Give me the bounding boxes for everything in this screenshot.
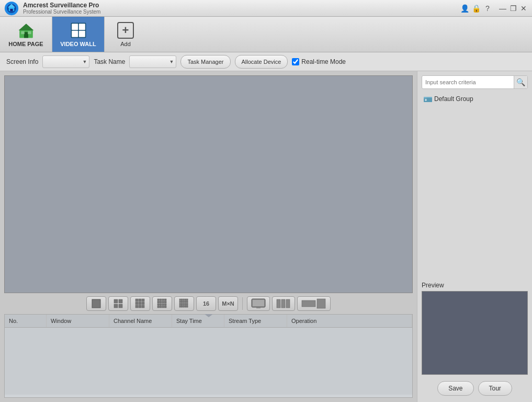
tour-button[interactable]: Tour (478, 381, 512, 396)
svg-rect-65 (179, 306, 181, 308)
svg-rect-35 (162, 302, 164, 304)
app-logo (4, 1, 19, 16)
svg-rect-12 (78, 24, 85, 30)
layout-2x2-icon (113, 298, 123, 309)
svg-rect-37 (157, 304, 160, 306)
allocate-device-button[interactable]: Allocate Device (235, 55, 288, 69)
user-icon[interactable]: 👤 (460, 4, 469, 13)
svg-rect-63 (185, 304, 186, 306)
title-bar: Amcrest Surveillance Pro Professional Su… (0, 0, 532, 17)
lock-icon[interactable]: 🔒 (471, 4, 481, 13)
table-body (5, 328, 412, 395)
svg-rect-41 (157, 306, 160, 308)
nav-home[interactable]: HOME PAGE (0, 17, 52, 52)
folder-icon (424, 95, 432, 103)
layout-16-button[interactable]: 16 (196, 296, 216, 311)
layout-controls: 16 M×N (4, 293, 413, 314)
svg-rect-48 (185, 299, 186, 300)
preview-label: Preview (422, 282, 528, 289)
search-input[interactable] (422, 79, 514, 85)
preview-section: Preview (422, 282, 528, 375)
main-content: 16 M×N (0, 71, 532, 402)
svg-rect-27 (139, 305, 141, 308)
layout-5x5-button[interactable] (174, 296, 194, 311)
nav-home-label: HOME PAGE (8, 41, 43, 47)
screen-info-select[interactable]: ▼ (42, 55, 89, 68)
app-title: Amcrest Surveillance Pro (23, 2, 460, 9)
realtime-mode-checkbox[interactable] (292, 58, 299, 65)
svg-rect-55 (179, 303, 181, 304)
layout-4x4-button[interactable] (152, 296, 172, 311)
layout-mn-button[interactable]: M×N (218, 296, 238, 311)
layout-16-label: 16 (203, 300, 209, 307)
layout-1x1-button[interactable] (86, 296, 106, 311)
left-panel: 16 M×N (0, 71, 417, 402)
svg-rect-49 (187, 299, 188, 300)
svg-rect-4 (10, 8, 13, 10)
stretch-view-button[interactable] (297, 296, 331, 311)
nav-add[interactable]: + Add (105, 17, 146, 52)
svg-rect-56 (181, 303, 183, 304)
svg-rect-69 (187, 306, 188, 308)
th-stay: Stay Time (172, 315, 224, 327)
screen-view-icon (251, 298, 266, 309)
layout-1x1-icon (91, 298, 101, 309)
svg-rect-26 (135, 305, 138, 308)
close-button[interactable]: ✕ (519, 4, 528, 13)
top-icons: 👤 🔒 ? (460, 4, 492, 13)
layout-dropdown-arrow (205, 314, 213, 317)
layout-2x2-button[interactable] (108, 296, 128, 311)
layout-mn-label: M×N (222, 300, 234, 307)
search-button[interactable]: 🔍 (514, 75, 527, 89)
layout-3x3-button[interactable] (130, 296, 150, 311)
svg-rect-36 (165, 302, 167, 304)
svg-rect-60 (179, 304, 181, 306)
task-name-select[interactable]: ▼ (129, 55, 176, 68)
app-title-block: Amcrest Surveillance Pro Professional Su… (23, 2, 460, 15)
svg-rect-31 (162, 299, 164, 301)
maximize-button[interactable]: ❐ (509, 4, 517, 13)
svg-rect-29 (157, 299, 160, 301)
columns-view-button[interactable] (272, 296, 295, 311)
videowall-icon (70, 22, 87, 39)
nav-videowall[interactable]: VIDEO WALL (52, 17, 105, 52)
tree-item-default-group[interactable]: Default Group (422, 93, 528, 105)
svg-rect-9 (28, 31, 31, 34)
svg-rect-15 (92, 299, 100, 308)
search-icon: 🔍 (516, 78, 525, 86)
task-name-label: Task Name (94, 58, 125, 65)
minimize-button[interactable]: — (499, 4, 507, 13)
screen-view-button[interactable] (247, 296, 270, 311)
svg-rect-59 (187, 303, 188, 304)
nav-bar: HOME PAGE VIDEO WALL + Add (0, 17, 532, 52)
add-icon: + (117, 22, 134, 39)
svg-rect-18 (114, 304, 118, 308)
video-wall-area[interactable] (4, 75, 413, 293)
realtime-mode-label: Real-time Mode (301, 58, 346, 65)
window-controls: — ❐ ✕ (499, 4, 528, 13)
svg-rect-7 (24, 32, 28, 38)
svg-rect-52 (183, 300, 185, 302)
task-manager-button[interactable]: Task Manager (180, 55, 230, 69)
bottom-buttons: Save Tour (422, 379, 528, 398)
svg-rect-67 (183, 306, 185, 308)
svg-rect-11 (72, 24, 78, 30)
svg-rect-76 (302, 300, 315, 307)
save-button[interactable]: Save (437, 381, 473, 396)
svg-rect-44 (165, 306, 167, 308)
svg-rect-14 (78, 30, 85, 37)
help-icon[interactable]: ? (483, 4, 492, 13)
svg-rect-23 (135, 302, 138, 305)
device-tree: Default Group (422, 93, 528, 277)
svg-rect-43 (162, 306, 164, 308)
svg-rect-16 (114, 299, 118, 303)
folder-svg (424, 95, 432, 103)
stretch-view-icon (301, 298, 326, 309)
nav-add-label: Add (120, 41, 131, 47)
svg-rect-58 (185, 303, 186, 304)
home-icon (18, 22, 35, 39)
svg-rect-73 (277, 299, 280, 308)
svg-rect-45 (179, 299, 181, 300)
svg-marker-6 (18, 24, 33, 30)
svg-rect-17 (119, 299, 122, 303)
